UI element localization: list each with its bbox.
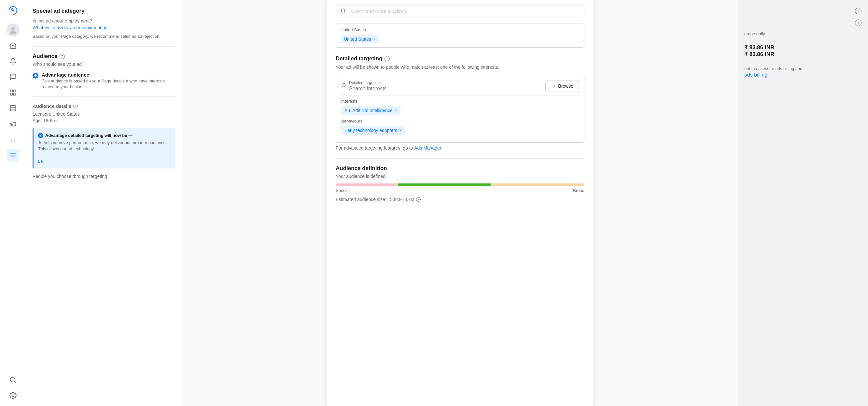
search-icon (341, 83, 346, 89)
right-panel: i i erage daily ₹ 83.86 INR ₹ 83.86 INR … (738, 0, 868, 406)
search-input-row: Detailed targeting (341, 81, 545, 92)
sidebar-icon-settings[interactable] (6, 389, 20, 402)
sidebar-icon-search[interactable] (6, 373, 20, 386)
search-input[interactable] (349, 86, 479, 92)
special-ad-title: Special ad category (33, 8, 176, 14)
audience-bar: Specific Broad (336, 183, 584, 193)
bar-labels: Specific Broad (336, 188, 584, 193)
behaviour-tag-early-adopters[interactable]: Early technology adopters × (341, 126, 405, 135)
audience-details-title: Audience details (33, 103, 71, 109)
svg-rect-7 (10, 106, 16, 111)
ads-manager-link[interactable]: Ads Manager (414, 145, 441, 150)
detailed-targeting-info-icon: i (384, 56, 390, 61)
audience-details-info-icon: ? (73, 104, 78, 108)
modal-card: Type to add more locations United States… (327, 0, 593, 406)
audience-definition-title: Audience definition (336, 165, 584, 172)
svg-point-19 (12, 395, 14, 397)
targeting-divider (341, 95, 579, 95)
right-avg-daily: i erage daily (744, 20, 862, 36)
employment-link[interactable]: What we consider an employment ad (33, 25, 107, 30)
user-avatar[interactable] (6, 24, 20, 36)
svg-line-23 (345, 86, 346, 87)
svg-line-18 (14, 381, 16, 382)
advantage-label: Advantage audience (42, 72, 176, 78)
location-tag[interactable]: United States × (341, 35, 379, 44)
svg-rect-5 (10, 93, 12, 95)
sidebar-icon-notifications[interactable] (6, 55, 20, 68)
right-info-icon-2[interactable]: i (855, 20, 862, 26)
detailed-targeting-desc: Your ad will be shown to people who matc… (336, 64, 584, 71)
estimated-size-text: Estimated audience size: 15.9M-18.7M (336, 197, 414, 202)
right-notice: unt to assess re ads billing and ads bil… (744, 65, 862, 78)
location-label: United States (341, 27, 580, 32)
bar-segment-specific (336, 183, 398, 186)
sidebar-icon-home[interactable] (6, 39, 20, 52)
section-divider-1 (33, 46, 176, 47)
interest-tag-ai[interactable]: A.I. Artificial Intelligence × (341, 106, 400, 115)
detailed-targeting-heading: Detailed targeting i (336, 55, 584, 62)
audience-bar-track (336, 183, 584, 186)
svg-point-20 (341, 9, 345, 12)
section-divider-targeting (336, 158, 584, 159)
advantage-info-box: i Advantage detailed targeting will now … (33, 128, 176, 169)
audience-definition-desc: Your audience is defined. (336, 174, 584, 179)
location-search-bar[interactable]: Type to add more locations (336, 5, 584, 18)
bar-segment-defined (398, 183, 491, 186)
info-box-title: i Advantage detailed targeting will now … (38, 132, 171, 139)
audience-title: Audience (33, 53, 58, 60)
advantage-desc: This audience is based on your Page deta… (42, 78, 176, 90)
meta-logo (6, 4, 20, 18)
svg-point-22 (342, 83, 345, 87)
targeting-search-box: Detailed targeting → Browse Interests A.… (336, 76, 584, 143)
advanced-targeting-text: For advanced targeting features, go to A… (336, 145, 584, 150)
browse-label: Browse (558, 83, 574, 89)
location-tag-remove[interactable]: × (373, 36, 376, 42)
learn-more-link[interactable]: Le (38, 159, 43, 164)
right-info-icon[interactable]: i (855, 8, 862, 14)
audience-details-header: Audience details ? (33, 103, 176, 109)
svg-rect-4 (13, 90, 15, 92)
recommendation-text: Based on your Page category, we recommen… (33, 33, 176, 40)
location-placeholder: Type to add more locations (348, 8, 407, 14)
bar-label-broad: Broad (573, 188, 584, 193)
behaviours-tags-row: Early technology adopters × (341, 126, 579, 135)
interest-tag-ai-remove[interactable]: × (395, 108, 397, 113)
browse-button[interactable]: → Browse (545, 80, 579, 92)
estimated-audience-size: Estimated audience size: 15.9M-18.7M i (336, 197, 584, 202)
right-min-amount: ₹ 83.86 INR (744, 44, 862, 51)
location-detail: Location: United States (33, 111, 176, 117)
sidebar-icon-ads[interactable] (6, 117, 20, 130)
search-label: Detailed targeting (349, 81, 479, 85)
advantage-audience-text: Advantage audience This audience is base… (42, 72, 176, 90)
right-billing-link[interactable]: ads billing (744, 72, 767, 78)
svg-rect-6 (13, 93, 15, 95)
sidebar-icon-menu[interactable] (6, 149, 20, 162)
targeting-search-top: Detailed targeting → Browse (341, 80, 579, 92)
sidebar-icon-pages[interactable] (6, 86, 20, 99)
sidebar-icon-table[interactable] (6, 102, 20, 115)
behaviour-tag-text: Early technology adopters (344, 128, 397, 133)
radio-dot-inner (34, 74, 37, 77)
interest-tag-ai-text: A.I. Artificial Intelligence (344, 108, 393, 113)
right-avg-daily-label: erage daily (744, 31, 862, 36)
left-panel: Special ad category Is this ad about emp… (26, 0, 182, 406)
behaviours-label: Behaviours (341, 119, 579, 123)
location-type-icon (341, 8, 346, 14)
behaviour-tag-remove[interactable]: × (399, 128, 402, 133)
svg-point-17 (10, 377, 15, 382)
sidebar-icon-messages[interactable] (6, 70, 20, 83)
estimated-size-info-icon: i (416, 197, 421, 202)
location-tag-area: United States United States × (336, 23, 584, 48)
age-detail: Age: 18-65+ (33, 118, 176, 123)
right-notice-text: unt to assess re ads billing and (744, 65, 862, 72)
radio-dot-advantage (33, 72, 38, 79)
location-tag-text: United States (344, 36, 371, 42)
svg-line-21 (344, 12, 345, 13)
sidebar-icon-analytics[interactable] (6, 133, 20, 146)
info-box-desc: To help improve performance, we may deli… (38, 140, 171, 151)
detailed-targeting-title: Detailed targeting (336, 55, 382, 62)
advantage-audience-option[interactable]: Advantage audience This audience is base… (33, 72, 176, 90)
main-content: Type to add more locations United States… (182, 0, 738, 406)
right-amounts: ₹ 83.86 INR ₹ 83.86 INR (744, 44, 862, 58)
bar-segment-broad (492, 183, 584, 186)
